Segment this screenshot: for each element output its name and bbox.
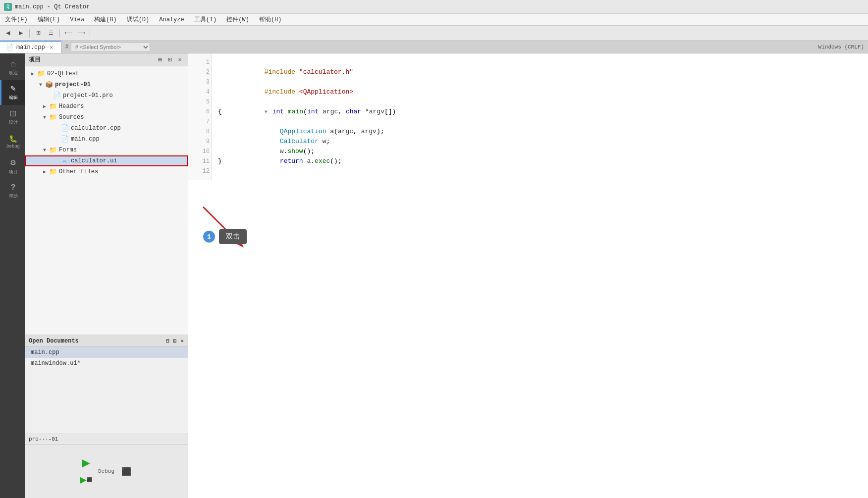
menu-file[interactable]: 文件(F)	[0, 14, 33, 25]
menu-edit[interactable]: 编辑(E)	[33, 14, 65, 25]
tree-label-sources: Sources	[59, 114, 84, 121]
tree-label-project01: project-01	[55, 81, 91, 88]
project-panel-close-btn[interactable]: ✕	[176, 56, 184, 64]
toolbar-btn-arrow-left[interactable]: ⟵	[62, 28, 74, 39]
window-title: main.cpp - Qt Creator	[15, 3, 90, 10]
tab-filename: main.cpp	[16, 44, 45, 51]
code-editor[interactable]: #include "calculator.h" #include <QAppli…	[212, 53, 868, 180]
tab-file-icon: 📄	[6, 44, 13, 51]
tree-item-calc-cpp[interactable]: 📄 calculator.cpp	[25, 123, 188, 134]
folder-icon-02qttest: 📁	[37, 70, 46, 78]
toolbar: ◀ ▶ ⊞ ☰ ⟵ ⟶	[0, 26, 868, 41]
toolbar-btn-arrow-right[interactable]: ⟶	[75, 28, 87, 39]
editor-area: 1 2 3 4 5 6 7 8 9 10 11 12 #include "ca	[188, 53, 868, 498]
folder-icon-headers: 📁	[49, 102, 57, 110]
menu-analyze[interactable]: Analyze	[154, 14, 189, 25]
project-panel-title: 项目	[29, 55, 154, 64]
project-panel-float-btn[interactable]: ⊡	[166, 56, 174, 64]
open-doc-mainwindow-ui-label: mainwindow.ui*	[31, 360, 81, 367]
line-ending-label: Windows (CRLF)	[818, 44, 864, 50]
annotation-arrow	[203, 207, 243, 247]
tree-item-other[interactable]: ▶ 📁 Other files	[25, 166, 188, 177]
bottom-left-panel: pro···-01 ▶ ▶⬛ Debug ⬛	[25, 434, 188, 498]
menu-build[interactable]: 构建(B)	[89, 14, 122, 25]
debug-icon: 🐛	[9, 136, 17, 143]
tab-close-btn[interactable]: ✕	[48, 44, 55, 51]
tree-item-calc-ui[interactable]: ✏ calculator.ui	[25, 155, 188, 166]
help-label: 帮助	[9, 193, 18, 199]
menu-tools[interactable]: 工具(T)	[189, 14, 222, 25]
open-doc-main-cpp[interactable]: main.cpp	[25, 347, 188, 358]
edit-label: 编辑	[9, 95, 18, 101]
symbol-select[interactable]: # <Select Symbol>	[71, 42, 150, 52]
tree-label-other: Other files	[59, 168, 98, 175]
app-icon: Q	[4, 3, 12, 11]
annotation-container: 1 双击	[203, 229, 247, 244]
menu-bar: 文件(F) 编辑(E) View 构建(B) 调试(D) Analyze 工具(…	[0, 14, 868, 26]
sidebar-edit[interactable]: ✎ 编辑	[0, 80, 25, 105]
file-icon-pro: 📄	[53, 92, 61, 100]
tree-item-main-cpp[interactable]: 📄 main.cpp	[25, 134, 188, 145]
tab-bar: 📄 main.cpp ✕ # # <Select Symbol> Windows…	[0, 41, 868, 53]
welcome-icon: ⌂	[10, 59, 16, 68]
tree-item-project01[interactable]: ▼ 📦 project-01	[25, 79, 188, 90]
tab-bar-extra: # # <Select Symbol> Windows (CRLF)	[61, 41, 868, 53]
tree-label-calc-ui: calculator.ui	[71, 157, 117, 164]
sidebar-welcome[interactable]: ⌂ 欢迎	[0, 55, 25, 80]
sidebar-help[interactable]: ? 帮助	[0, 179, 25, 204]
debug-label: Debug	[6, 144, 20, 149]
tree-item-02qttest[interactable]: ▶ 📁 02-QtTest	[25, 68, 188, 79]
sidebar-project[interactable]: ⚙ 项目	[0, 154, 25, 179]
sidebar-debug[interactable]: 🐛 Debug	[0, 130, 25, 154]
open-docs-list: main.cpp mainwindow.ui*	[25, 347, 188, 434]
debug-config-label: Debug	[98, 468, 114, 474]
tree-label-pro: project-01.pro	[63, 92, 113, 99]
project-panel-menu-btn[interactable]: ⊞	[156, 56, 164, 64]
menu-debug[interactable]: 调试(D)	[122, 14, 155, 25]
toolbar-sep-3	[90, 29, 90, 38]
menu-view[interactable]: View	[65, 14, 89, 25]
project-tree: ▶ 📁 02-QtTest ▼ 📦 project-01 📄 project-0…	[25, 66, 188, 335]
open-docs-float-btn[interactable]: ⊟	[166, 338, 169, 344]
file-icon-calc-ui: ✏	[60, 157, 69, 165]
open-doc-mainwindow-ui[interactable]: mainwindow.ui*	[25, 358, 188, 369]
open-docs-title: Open Documents	[29, 338, 79, 345]
tab-main-cpp[interactable]: 📄 main.cpp ✕	[0, 41, 61, 53]
code-line-3: #include <QApplication>	[218, 77, 862, 87]
tree-arrow-02qttest: ▶	[29, 71, 37, 77]
tree-arrow-forms: ▼	[41, 148, 49, 153]
tree-arrow-headers: ▶	[41, 103, 49, 109]
tooltip-bubble: 双击	[219, 229, 247, 244]
menu-controls[interactable]: 控件(W)	[221, 14, 254, 25]
project-panel: 项目 ⊞ ⊡ ✕ ▶ 📁 02-QtTest ▼ 📦 project-01	[25, 53, 188, 498]
edit-icon: ✎	[10, 84, 16, 93]
tree-item-forms[interactable]: ▼ 📁 Forms	[25, 145, 188, 155]
tree-item-sources[interactable]: ▼ 📁 Sources	[25, 112, 188, 123]
project-label: 项目	[9, 169, 18, 175]
toolbar-btn-menu[interactable]: ☰	[45, 28, 57, 39]
toolbar-btn-grid[interactable]: ⊞	[32, 28, 44, 39]
line-numbers: 1 2 3 4 5 6 7 8 9 10 11 12	[188, 53, 212, 180]
main-area: ⌂ 欢迎 ✎ 编辑 ◫ 设计 🐛 Debug ⚙ 项目 ? 帮助 项目 ⊞ ⊡	[0, 53, 868, 498]
editor-wrapper: 1 2 3 4 5 6 7 8 9 10 11 12 #include "ca	[188, 53, 868, 498]
tree-label-forms: Forms	[59, 147, 77, 153]
toolbar-btn-forward[interactable]: ▶	[15, 28, 27, 39]
menu-help[interactable]: 帮助(H)	[254, 14, 287, 25]
run-debug-button[interactable]: ▶⬛	[78, 472, 94, 488]
debug-panel: ▶ ▶⬛ Debug ⬛	[25, 445, 188, 498]
fold-arrow-5[interactable]: ▼	[265, 107, 272, 117]
code-container[interactable]: 1 2 3 4 5 6 7 8 9 10 11 12 #include "ca	[188, 53, 868, 180]
tree-item-headers[interactable]: ▶ 📁 Headers	[25, 101, 188, 112]
stop-button[interactable]: ⬛	[118, 463, 134, 479]
step-badge: 1	[203, 231, 215, 243]
open-docs-close-btn[interactable]: ✕	[180, 338, 184, 344]
sidebar-icons: ⌂ 欢迎 ✎ 编辑 ◫ 设计 🐛 Debug ⚙ 项目 ? 帮助	[0, 53, 25, 498]
run-button[interactable]: ▶	[78, 455, 94, 471]
toolbar-btn-back[interactable]: ◀	[2, 28, 14, 39]
folder-icon-other: 📁	[49, 168, 57, 176]
open-docs-expand-btn[interactable]: ⊡	[173, 338, 177, 344]
project-selector-label: pro···-01	[29, 436, 58, 442]
tree-item-pro[interactable]: 📄 project-01.pro	[25, 90, 188, 101]
sidebar-design[interactable]: ◫ 设计	[0, 105, 25, 130]
tree-label-headers: Headers	[59, 103, 84, 110]
